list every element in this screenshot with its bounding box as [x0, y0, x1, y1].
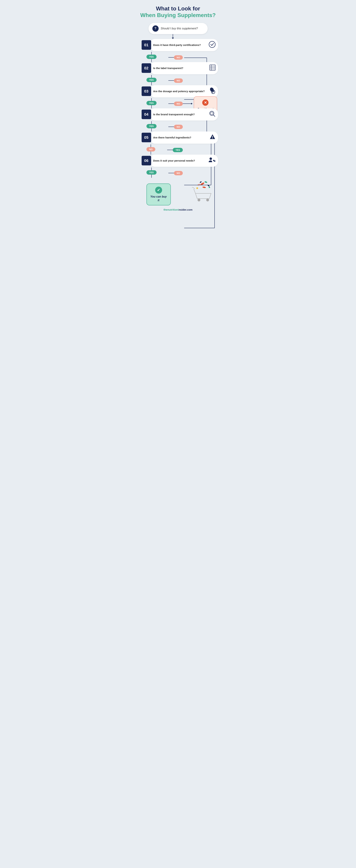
- step-bubble-3: Are the dosage and potency appropriate?: [150, 85, 218, 97]
- question-icon: ?: [152, 25, 158, 32]
- yes-col-4: YES: [146, 121, 156, 131]
- no-col-4: NO: [168, 125, 183, 129]
- step-row-3: 03 Are the dosage and potency appropriat…: [142, 85, 218, 97]
- step-row-4: 04 Is the brand transparent enough?: [142, 108, 218, 121]
- step-box-4: 04: [142, 110, 151, 119]
- yes-line-top-1: [151, 52, 152, 55]
- step-bubble-5: Are there harmful ingredients?: [150, 131, 218, 144]
- no-badge-5: NO: [146, 147, 155, 152]
- header-question-bubble: ? Should I buy this supplement?: [148, 23, 208, 34]
- step-6-question: Does it suit your personal needs?: [153, 159, 195, 162]
- label-icon: [209, 64, 216, 72]
- no-badge-1: NO: [174, 55, 183, 60]
- step-1-question: Does it have third-party certifications?: [153, 43, 201, 47]
- main-flow: 01 Does it have third-party certificatio…: [138, 39, 218, 178]
- yn-row-6: YES NO: [138, 167, 218, 178]
- yn-row-1: YES NO: [138, 52, 218, 62]
- svg-point-35: [207, 184, 210, 187]
- svg-point-38: [202, 186, 206, 188]
- yn-step3-container: ✕ Consider not buying it YES NO: [138, 98, 218, 108]
- yes-col-1: YES: [146, 52, 156, 62]
- step-bubble-1: Does it have third-party certifications?: [150, 39, 218, 51]
- no-badge-6: NO: [174, 171, 183, 175]
- search-icon: [209, 111, 216, 118]
- yes-col-2: YES: [146, 75, 156, 85]
- step-row-6: 06 Does it suit your personal needs?: [142, 155, 218, 167]
- yes-col-6: YES: [146, 167, 156, 178]
- title-line1: What to Look for: [138, 5, 218, 12]
- svg-point-27: [210, 157, 212, 160]
- step-box-2: 02: [142, 63, 151, 73]
- footer-brand-green: thenutritioni: [164, 208, 179, 211]
- yn-row-4: YES NO: [138, 121, 218, 131]
- yes-col-5: YES: [167, 148, 183, 152]
- cart-illustration: [188, 180, 216, 206]
- yes-badge-2: YES: [146, 78, 156, 82]
- step-row-1: 01 Does it have third-party certificatio…: [142, 39, 218, 51]
- no-col-5-left: NO: [146, 144, 155, 155]
- no-badge-2: NO: [174, 79, 183, 83]
- yes-line-bottom-2: [151, 82, 152, 85]
- svg-point-37: [209, 187, 210, 188]
- warning-icon: [209, 134, 216, 141]
- no-horiz-2: [168, 80, 174, 81]
- footer-domain: .com: [186, 208, 192, 211]
- step-3-question: Are the dosage and potency appropriate?: [153, 89, 205, 93]
- yn-row-5: NO YES: [138, 144, 218, 155]
- step-5-question: Are there harmful ingredients?: [153, 136, 191, 139]
- certification-icon: [209, 41, 216, 49]
- yn-row-2: YES NO: [138, 75, 218, 85]
- no-col-3: NO: [168, 101, 193, 106]
- step-box-5: 05: [142, 133, 151, 142]
- no-col-2: NO: [168, 79, 183, 83]
- svg-point-30: [198, 198, 200, 202]
- bottom-section: ✔ You can buy it: [138, 180, 218, 206]
- no-horiz-1: [168, 57, 174, 58]
- no-badge-4: NO: [174, 125, 183, 129]
- svg-point-26: [212, 138, 213, 138]
- step-bubble-4: Is the brand transparent enough?: [150, 108, 218, 121]
- step-4-question: Is the brand transparent enough?: [153, 113, 195, 116]
- svg-point-34: [197, 184, 201, 186]
- footer-brand-dark: nsider: [179, 208, 186, 211]
- buy-text: You can buy it: [150, 195, 168, 202]
- svg-line-24: [213, 115, 215, 116]
- svg-point-23: [211, 112, 213, 115]
- checkmark-icon: ✔: [155, 187, 162, 193]
- step-box-1: 01: [142, 40, 151, 50]
- yes-badge-6: YES: [146, 170, 156, 175]
- step-box-3: 03: [142, 87, 151, 96]
- pill-icon: [209, 87, 216, 95]
- x-icon: ✕: [202, 99, 209, 106]
- title-line2: When Buying Supplements?: [138, 12, 218, 19]
- yes-line-top-2: [151, 75, 152, 78]
- footer: thenutritioninsider.com: [138, 208, 218, 211]
- yes-badge-1: YES: [146, 55, 156, 59]
- svg-point-33: [204, 181, 208, 183]
- step-2-question: Is the label transparent?: [153, 66, 183, 70]
- step-row-2: 02 Is the label transparent?: [142, 62, 218, 74]
- infographic: What to Look for When Buying Supplements…: [135, 0, 221, 868]
- step-bubble-2: Is the label transparent?: [150, 62, 218, 74]
- yes-badge-5: YES: [173, 148, 183, 152]
- step-bubble-6: Does it suit your personal needs?: [150, 155, 218, 167]
- step-row-5: 05 Are there harmful ingredients?: [142, 131, 218, 144]
- svg-point-36: [196, 187, 198, 189]
- svg-point-31: [206, 198, 209, 202]
- question-text: Should I buy this supplement?: [161, 27, 198, 30]
- yes-badge-4: YES: [146, 124, 156, 128]
- no-col-1: NO: [168, 55, 183, 60]
- title-section: What to Look for When Buying Supplements…: [138, 5, 218, 19]
- no-badge-3: NO: [174, 101, 183, 106]
- svg-point-39: [200, 181, 202, 183]
- svg-point-19: [209, 87, 214, 92]
- person-icon: [208, 157, 216, 164]
- no-col-6: NO: [168, 171, 183, 175]
- yes-col-3: YES: [146, 98, 156, 108]
- buy-box: ✔ You can buy it: [146, 184, 171, 206]
- buy-section: ✔ You can buy it: [146, 184, 171, 206]
- step-box-6: 06: [142, 156, 151, 165]
- svg-rect-25: [212, 136, 213, 137]
- yes-line-bottom-1: [151, 59, 152, 62]
- yes-badge-3: YES: [146, 101, 156, 105]
